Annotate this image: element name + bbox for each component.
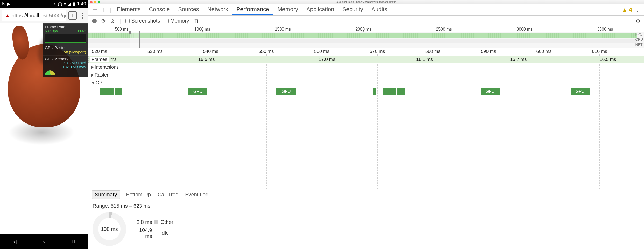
trash-icon[interactable]: 🗑	[194, 18, 199, 24]
clear-button[interactable]: ⊘	[110, 18, 115, 24]
tab-performance[interactable]: Performance	[232, 4, 273, 15]
summary-donut: 108 ms	[93, 212, 126, 246]
summary-tab-call-tree[interactable]: Call Tree	[157, 191, 179, 199]
tab-memory[interactable]: Memory	[273, 4, 302, 15]
gpu-track: GPUGPUGPUGPUG...	[88, 87, 644, 97]
frames-label: Frames	[90, 57, 109, 62]
tab-audits[interactable]: Audits	[367, 4, 391, 15]
back-button[interactable]: ◁	[11, 238, 18, 245]
overview-cpu-track	[88, 39, 637, 43]
tab-application[interactable]: Application	[302, 4, 338, 15]
frame-cell[interactable]: 16.5 ms	[133, 56, 280, 63]
ruler-tick: 580 ms	[425, 49, 441, 54]
overview-fps-track	[88, 33, 637, 38]
gpu-label: GPU	[96, 80, 106, 85]
min-traffic-icon[interactable]	[94, 1, 96, 3]
ruler-tick: 570 ms	[370, 49, 385, 54]
clock: 1:40	[77, 1, 86, 7]
inspect-icon[interactable]: ▭	[91, 6, 99, 14]
tab-elements[interactable]: Elements	[113, 4, 145, 15]
frame-cell[interactable]: 18.1 ms	[374, 56, 475, 63]
gpu-block[interactable]	[383, 88, 396, 95]
close-traffic-icon[interactable]	[90, 1, 93, 3]
gpu-block[interactable]	[397, 88, 405, 95]
gpu-block[interactable]: GPU	[481, 88, 500, 95]
record-button[interactable]	[92, 19, 97, 23]
overflow-menu[interactable]	[79, 13, 86, 19]
memory-checkbox[interactable]: Memory	[165, 18, 189, 24]
device-toggle-icon[interactable]: ▯	[100, 6, 108, 14]
tab-sources[interactable]: Sources	[174, 4, 203, 15]
play-icon: ▶	[7, 1, 11, 7]
url-scheme: https:	[12, 13, 24, 19]
gpu-mem-used: 40.5 MB used	[45, 61, 86, 65]
selection-handle-left[interactable]	[129, 31, 131, 34]
n-icon: N	[2, 1, 5, 7]
more-icon[interactable]: ⋮	[634, 6, 641, 14]
url-port: :5000	[48, 13, 61, 19]
gpu-track-header[interactable]: GPU	[88, 79, 644, 87]
warning-icon[interactable]: ▲	[622, 6, 627, 13]
warning-count[interactable]: 4	[629, 6, 632, 13]
gpu-block[interactable]: GPU	[276, 88, 296, 95]
gpu-block[interactable]: GPU	[188, 88, 207, 95]
devtools-window: Developer Tools - https://localhost:5000…	[88, 0, 644, 249]
overview-selection[interactable]	[130, 32, 140, 48]
selection-handle-right[interactable]	[139, 31, 140, 34]
wifi-icon: ▾	[64, 1, 66, 7]
summary-tabs: SummaryBottom-UpCall TreeEvent Log	[88, 189, 644, 200]
interactions-track[interactable]: Interactions	[88, 63, 644, 71]
ruler-tick: 610 ms	[592, 49, 607, 54]
fps-range: 30-63	[77, 29, 86, 33]
browser-urlbar: ▲ https: //localhost :5000 /goodbl 1	[0, 8, 88, 23]
screenshots-checkbox[interactable]: Screenshots	[125, 18, 160, 24]
memory-label: Memory	[170, 18, 189, 24]
tab-security[interactable]: Security	[338, 4, 367, 15]
tab-network[interactable]: Network	[203, 4, 232, 15]
fps-label: Frame Rate	[45, 25, 86, 29]
gpu-block[interactable]	[115, 88, 122, 95]
reload-button[interactable]: ⟳	[101, 18, 106, 24]
legend-row: 104.9 msIdle	[131, 227, 173, 239]
raster-label: Raster	[95, 72, 108, 78]
recents-button[interactable]: □	[70, 238, 77, 245]
ruler-tick: 520 ms	[92, 49, 107, 54]
url-input[interactable]: ▲ https: //localhost :5000 /goodbl	[2, 10, 66, 21]
frame-cell[interactable]: 17.0 ms	[280, 56, 374, 63]
devtools-tabs: ▭ ▯ | ElementsConsoleSourcesNetworkPerfo…	[88, 4, 644, 16]
fps-sparkline	[45, 34, 86, 43]
gpu-block[interactable]	[100, 88, 114, 95]
summary-tab-event-log[interactable]: Event Log	[185, 191, 209, 199]
summary-tab-bottom-up[interactable]: Bottom-Up	[126, 191, 152, 199]
frame-cell[interactable]: 16.5 ms	[562, 56, 644, 63]
gpu-raster-label: GPU Raster	[45, 45, 86, 50]
home-button[interactable]: ○	[40, 238, 48, 245]
raster-track[interactable]: Raster	[88, 71, 644, 79]
overview-lane-label: NET	[635, 43, 643, 47]
overview-timeline[interactable]: 500 ms1000 ms1500 ms2000 ms2500 ms3000 m…	[88, 26, 644, 48]
url-path: /goodbl	[61, 13, 66, 19]
gpu-block[interactable]	[373, 88, 376, 95]
window-title: Developer Tools - https://localhost:5000…	[335, 1, 397, 3]
url-host: //localhost	[24, 13, 48, 19]
overview-lane-label: CPU	[635, 37, 643, 42]
page-viewport[interactable]: Frame Rate 59.1 fps30-63 GPU Raster off …	[0, 23, 88, 234]
summary-tab-summary[interactable]: Summary	[92, 190, 120, 199]
flame-chart[interactable]: 520 ms530 ms540 ms550 ms560 ms570 ms580 …	[88, 48, 644, 189]
range-label: Range: 515 ms – 623 ms	[93, 203, 640, 209]
legend-row: 2.8 msOther	[131, 219, 173, 225]
tab-console[interactable]: Console	[145, 4, 174, 15]
gpu-mem-max: 192.0 MB max	[45, 65, 86, 69]
ruler-tick: 590 ms	[481, 49, 496, 54]
frame-cell[interactable]: 15.7 ms	[475, 56, 562, 63]
window-titlebar: Developer Tools - https://localhost:5000…	[88, 0, 644, 4]
tab-switcher[interactable]: 1	[68, 11, 77, 20]
android-statusbar: N ▶ ᚛ ▢ ▾ ◢ ▮ 1:40	[0, 0, 88, 8]
gpu-block[interactable]: GPU	[571, 88, 590, 95]
settings-icon[interactable]: ⚙	[636, 18, 640, 24]
frames-track: .9 ms16.5 ms17.0 ms18.1 ms15.7 ms16.5 ms…	[88, 56, 644, 63]
gpu-raster-value: off (viewport)	[45, 50, 86, 54]
bluetooth-icon: ᚛	[54, 1, 56, 7]
interactions-label: Interactions	[95, 65, 119, 70]
max-traffic-icon[interactable]	[98, 1, 100, 3]
